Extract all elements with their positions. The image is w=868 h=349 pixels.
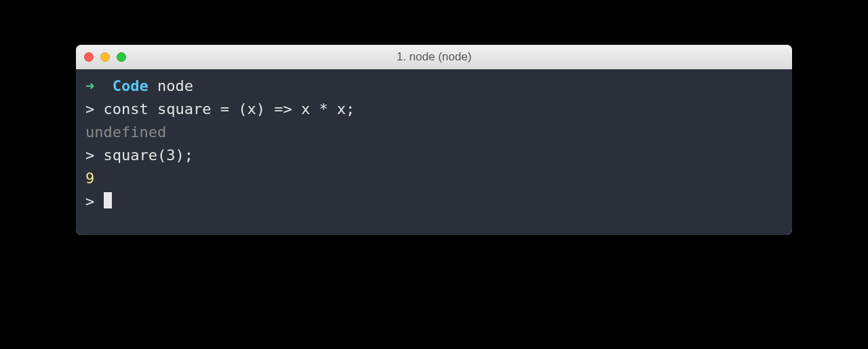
repl-code-input: const square = (x) => x * x;	[104, 100, 355, 117]
titlebar[interactable]: 1. node (node)	[76, 45, 792, 69]
repl-code-input: square(3);	[104, 147, 193, 164]
prompt-arrow-icon: ➜	[85, 77, 94, 94]
close-button[interactable]	[84, 52, 94, 62]
cursor-icon	[104, 192, 112, 208]
traffic-lights	[84, 52, 126, 62]
window-title: 1. node (node)	[397, 50, 472, 64]
repl-number-output: 9	[85, 170, 94, 187]
repl-prompt: >	[85, 193, 94, 210]
minimize-button[interactable]	[100, 52, 110, 62]
terminal-window: 1. node (node) ➜ Code node > const squar…	[76, 45, 792, 235]
repl-input-line: > const square = (x) => x * x;	[85, 98, 783, 121]
terminal-body[interactable]: ➜ Code node > const square = (x) => x * …	[76, 69, 792, 235]
repl-output-line: 9	[85, 167, 783, 190]
repl-undefined-output: undefined	[85, 124, 166, 141]
repl-output-line: undefined	[85, 121, 783, 144]
repl-current-line: >	[85, 190, 783, 213]
maximize-button[interactable]	[117, 52, 126, 62]
shell-command: node	[157, 77, 193, 94]
repl-input-line: > square(3);	[85, 144, 783, 167]
shell-prompt-line: ➜ Code node	[85, 75, 783, 98]
repl-prompt: >	[85, 100, 94, 117]
current-directory: Code	[113, 77, 149, 94]
repl-prompt: >	[85, 147, 94, 164]
